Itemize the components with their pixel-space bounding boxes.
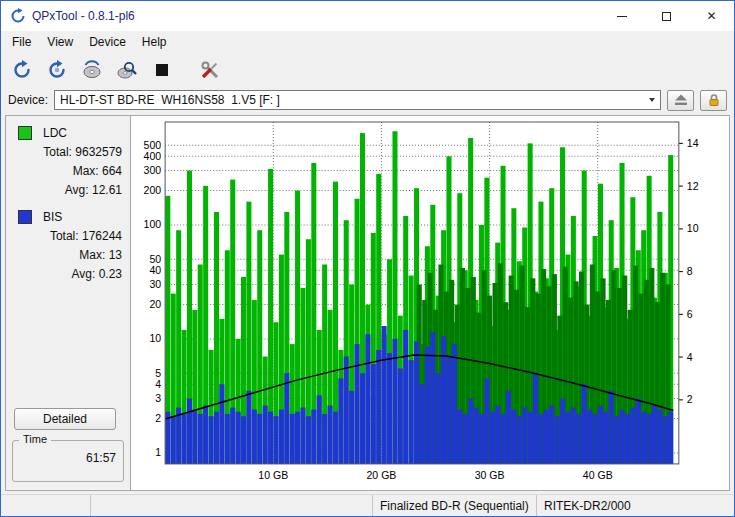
svg-text:1: 1 (155, 446, 161, 458)
bis-header: BIS (18, 210, 128, 224)
scan-all-icon (46, 59, 68, 81)
scan-all-button[interactable] (43, 56, 71, 84)
ldc-avg: Avg: 12.61 (10, 181, 128, 200)
svg-text:10 GB: 10 GB (258, 469, 288, 481)
ldc-header: LDC (18, 126, 128, 140)
svg-text:20 GB: 20 GB (367, 469, 397, 481)
svg-text:3: 3 (155, 392, 161, 404)
status-media-id: RITEK-DR2/000 (537, 495, 734, 516)
ldc-max: Max: 664 (10, 162, 128, 181)
svg-text:500: 500 (144, 139, 162, 151)
close-button[interactable]: ✕ (689, 1, 734, 31)
scan-start-icon (11, 59, 33, 81)
svg-text:14: 14 (687, 137, 699, 149)
menu-file[interactable]: File (4, 33, 39, 51)
detailed-button[interactable]: Detailed (14, 408, 116, 430)
probe-disc-button[interactable] (113, 56, 141, 84)
bis-color-swatch (18, 210, 32, 224)
svg-text:12: 12 (687, 180, 699, 192)
svg-text:2: 2 (687, 393, 693, 405)
bis-avg: Avg: 0.23 (10, 265, 128, 284)
window-title: QPxTool - 0.8.1-pl6 (32, 9, 135, 23)
chevron-down-icon (649, 98, 655, 102)
stats-panel: LDC Total: 9632579 Max: 664 Avg: 12.61 B… (6, 116, 130, 490)
chart-area: 12345102030405010020030040050010 GB20 GB… (130, 116, 729, 490)
svg-text:6: 6 (687, 308, 693, 320)
bis-total: Total: 176244 (10, 227, 128, 246)
status-disc-type: Finalized BD-R (Sequential) (373, 495, 537, 516)
eject-button[interactable] (667, 90, 694, 111)
svg-text:10: 10 (149, 332, 161, 344)
time-group-label: Time (19, 433, 51, 445)
menu-bar: File View Device Help (1, 31, 734, 53)
stop-icon (151, 59, 173, 81)
app-window: QPxTool - 0.8.1-pl6 ✕ File View Device H… (0, 0, 735, 517)
minimize-icon (617, 16, 627, 17)
window-controls: ✕ (599, 1, 734, 31)
bis-label: BIS (43, 210, 62, 224)
app-icon (10, 8, 26, 24)
quality-chart: 12345102030405010020030040050010 GB20 GB… (131, 116, 729, 490)
svg-text:10: 10 (687, 222, 699, 234)
title-bar: QPxTool - 0.8.1-pl6 ✕ (1, 1, 734, 31)
svg-text:300: 300 (144, 164, 162, 176)
toolbar (1, 53, 734, 87)
status-cell-1 (1, 495, 91, 516)
scan-start-button[interactable] (8, 56, 36, 84)
device-select[interactable]: HL-DT-ST BD-RE WH16NS58 1.V5 [F: ] (54, 90, 661, 110)
probe-disc-icon (116, 59, 138, 81)
maximize-button[interactable] (644, 1, 689, 31)
preferences-icon (199, 59, 221, 81)
ldc-color-swatch (18, 126, 32, 140)
device-bar: Device: HL-DT-ST BD-RE WH16NS58 1.V5 [F:… (1, 87, 734, 113)
status-bar: Finalized BD-R (Sequential) RITEK-DR2/00… (1, 494, 734, 516)
time-value: 61:57 (20, 451, 116, 465)
eject-icon (674, 94, 688, 106)
ldc-label: LDC (43, 126, 67, 140)
read-disc-icon (81, 59, 103, 81)
menu-device[interactable]: Device (81, 33, 134, 51)
bis-max: Max: 13 (10, 246, 128, 265)
svg-text:50: 50 (149, 253, 161, 265)
stats-spacer (10, 284, 128, 408)
svg-text:30 GB: 30 GB (475, 469, 505, 481)
ldc-total: Total: 9632579 (10, 143, 128, 162)
svg-text:2: 2 (155, 412, 161, 424)
svg-text:8: 8 (687, 265, 693, 277)
lock-tray-button[interactable] (700, 90, 727, 111)
svg-text:4: 4 (155, 378, 161, 390)
svg-text:30: 30 (149, 278, 161, 290)
svg-text:40: 40 (149, 264, 161, 276)
stats-gap (10, 200, 128, 208)
svg-text:40 GB: 40 GB (583, 469, 613, 481)
lock-icon (707, 93, 721, 107)
read-disc-button[interactable] (78, 56, 106, 84)
close-icon: ✕ (706, 9, 716, 23)
minimize-button[interactable] (599, 1, 644, 31)
menu-help[interactable]: Help (134, 33, 175, 51)
time-groupbox: Time 61:57 (12, 440, 124, 482)
svg-text:20: 20 (149, 298, 161, 310)
stop-button[interactable] (148, 56, 176, 84)
device-select-dropdown[interactable] (643, 91, 660, 109)
main-area: LDC Total: 9632579 Max: 664 Avg: 12.61 B… (5, 115, 730, 491)
menu-view[interactable]: View (39, 33, 81, 51)
svg-text:100: 100 (144, 219, 162, 231)
device-selected-value: HL-DT-ST BD-RE WH16NS58 1.V5 [F: ] (55, 93, 643, 107)
preferences-button[interactable] (196, 56, 224, 84)
maximize-icon (662, 12, 671, 21)
svg-text:5: 5 (155, 367, 161, 379)
svg-text:4: 4 (687, 351, 693, 363)
device-label: Device: (8, 93, 48, 107)
svg-text:400: 400 (144, 150, 162, 162)
status-cell-2 (91, 495, 373, 516)
svg-text:200: 200 (144, 184, 162, 196)
